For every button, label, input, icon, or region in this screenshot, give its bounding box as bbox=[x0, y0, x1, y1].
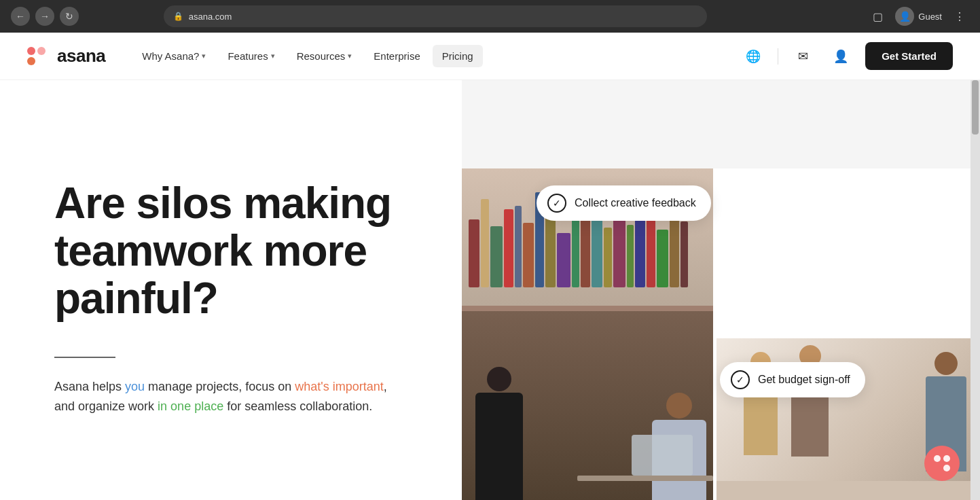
nav-right: 🌐 ✉ 👤 Get Started bbox=[740, 42, 953, 70]
get-started-button[interactable]: Get Started bbox=[865, 42, 953, 70]
asana-circle-dots bbox=[934, 455, 950, 471]
logo-text: asana bbox=[57, 46, 105, 67]
book bbox=[635, 218, 645, 287]
desk-surface bbox=[577, 476, 713, 481]
chevron-down-icon: ▾ bbox=[202, 52, 206, 60]
hero-divider bbox=[54, 357, 115, 358]
address-bar[interactable]: 🔒 asana.com bbox=[164, 5, 707, 27]
tooltip-text-2: Get budget sign-off bbox=[758, 374, 850, 386]
people-area bbox=[462, 311, 713, 500]
browser-right-icons: ▢ 👤 Guest ⋮ bbox=[868, 7, 969, 26]
scrollbar[interactable] bbox=[970, 80, 980, 500]
browser-controls: ← → ↻ bbox=[11, 7, 79, 26]
book bbox=[523, 223, 534, 287]
forward-button[interactable]: → bbox=[35, 7, 54, 26]
scrollbar-thumb[interactable] bbox=[972, 80, 979, 135]
circle-dot-4 bbox=[943, 465, 950, 471]
hero-right: ✓ Collect creative feedback ✓ Get budget… bbox=[462, 80, 980, 500]
chevron-down-icon: ▾ bbox=[271, 52, 275, 60]
tooltip-creative-feedback: ✓ Collect creative feedback bbox=[537, 185, 711, 221]
logo-dot-coral bbox=[27, 57, 35, 65]
book bbox=[627, 225, 634, 287]
back-button[interactable]: ← bbox=[11, 7, 30, 26]
nav-resources[interactable]: Resources ▾ bbox=[287, 45, 362, 67]
floor bbox=[716, 481, 980, 500]
hero-left: Are silos making teamwork more painful? … bbox=[0, 80, 462, 500]
book bbox=[680, 221, 688, 287]
highlight-place: in one place bbox=[158, 399, 223, 413]
user-button[interactable]: 👤 bbox=[827, 43, 854, 70]
book bbox=[469, 219, 479, 287]
highlight-you: you bbox=[125, 380, 145, 393]
circle-dot-2 bbox=[943, 455, 950, 462]
asana-circle-logo bbox=[924, 446, 960, 481]
mail-button[interactable]: ✉ bbox=[789, 43, 816, 70]
circle-dot-1 bbox=[934, 455, 941, 462]
gray-overlay bbox=[462, 80, 980, 168]
guest-avatar: 👤 bbox=[895, 7, 914, 26]
book bbox=[515, 206, 522, 287]
logo-link[interactable]: asana bbox=[27, 46, 105, 67]
main-nav: asana Why Asana? ▾ Features ▾ Resources … bbox=[0, 33, 980, 80]
logo-dot-red bbox=[27, 47, 35, 55]
book bbox=[545, 216, 556, 287]
book bbox=[504, 209, 513, 287]
book bbox=[557, 233, 570, 287]
hero-title: Are silos making teamwork more painful? bbox=[54, 179, 435, 323]
book bbox=[604, 228, 612, 287]
hero-description: Asana helps you manage projects, focus o… bbox=[54, 377, 394, 416]
highlight-important: what's important bbox=[295, 380, 384, 393]
tooltip-budget-signoff: ✓ Get budget sign-off bbox=[720, 362, 865, 397]
guest-label: Guest bbox=[918, 12, 942, 22]
chevron-down-icon: ▾ bbox=[348, 52, 352, 60]
nav-why-asana[interactable]: Why Asana? ▾ bbox=[132, 45, 215, 67]
nav-enterprise[interactable]: Enterprise bbox=[364, 45, 429, 67]
logo-icon bbox=[27, 47, 52, 65]
nav-divider bbox=[778, 48, 778, 65]
book bbox=[581, 213, 590, 287]
refresh-button[interactable]: ↻ bbox=[60, 7, 79, 26]
tooltip-text-1: Collect creative feedback bbox=[575, 197, 696, 209]
url-text: asana.com bbox=[189, 12, 232, 22]
lock-icon: 🔒 bbox=[173, 12, 183, 21]
person-standing bbox=[475, 367, 523, 500]
nav-pricing[interactable]: Pricing bbox=[433, 45, 483, 67]
book bbox=[490, 226, 503, 287]
main-content: Are silos making teamwork more painful? … bbox=[0, 80, 980, 500]
globe-button[interactable]: 🌐 bbox=[740, 43, 767, 70]
check-icon-2: ✓ bbox=[731, 370, 750, 389]
book bbox=[481, 199, 489, 287]
check-icon: ✓ bbox=[547, 194, 566, 213]
laptop bbox=[632, 435, 693, 476]
browser-chrome: ← → ↻ 🔒 asana.com ▢ 👤 Guest ⋮ bbox=[0, 0, 980, 33]
book bbox=[657, 230, 668, 287]
nav-features[interactable]: Features ▾ bbox=[218, 45, 284, 67]
guest-area: 👤 Guest bbox=[895, 7, 942, 26]
shelf-line bbox=[462, 306, 713, 311]
logo-dot-pink bbox=[37, 47, 46, 55]
nav-links: Why Asana? ▾ Features ▾ Resources ▾ Ente… bbox=[132, 45, 740, 67]
more-options-icon[interactable]: ⋮ bbox=[950, 7, 969, 26]
window-icon[interactable]: ▢ bbox=[868, 7, 887, 26]
